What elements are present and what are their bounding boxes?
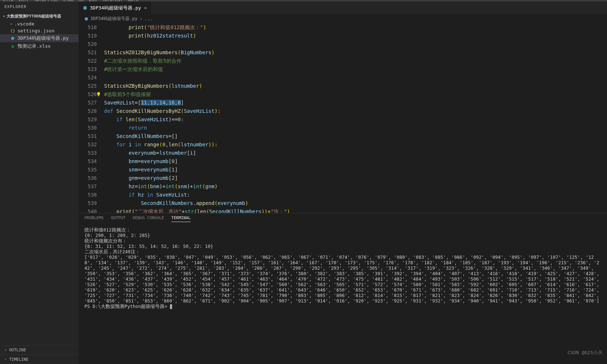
breadcrumb-file: 3DP34码超级缩号器.py <box>90 16 138 22</box>
explorer-title: EXPLORER <box>0 1 79 12</box>
project-root[interactable]: 大数据预测PYTHON超级缩号器 <box>0 12 79 20</box>
code-line[interactable]: SecondKillNumbers.append(everynumb) <box>104 199 607 207</box>
line-number: 533 <box>79 149 97 157</box>
tab-active[interactable]: ⬢ 3DP34码超级缩号器.py × <box>79 1 151 14</box>
code-line[interactable]: if hz in SaveHzList: <box>104 191 607 199</box>
breadcrumb[interactable]: ⬢ 3DP34码超级缩号器.py › ... <box>79 14 607 23</box>
xlsx-icon: ▦ <box>10 44 15 49</box>
panel-tab-problems[interactable]: PROBLEMS <box>84 215 104 222</box>
line-number: 539 <box>79 199 97 207</box>
panel-tab-debug-console[interactable]: DEBUG CONSOLE <box>133 215 164 222</box>
chevron-right-icon: › <box>140 16 142 21</box>
code-line[interactable]: def SecondKillNumbersByHZ(SaveHzList): <box>104 107 607 115</box>
code-line[interactable]: bnm=everynumb[0] <box>104 157 607 166</box>
line-number: 536 <box>79 174 97 182</box>
code-line[interactable] <box>104 74 607 82</box>
code-line[interactable]: snm=everynumb[1] <box>104 166 607 174</box>
code-editor[interactable]: 5185195205215225235245255265275285295305… <box>79 23 607 213</box>
breadcrumb-rest: ... <box>144 16 152 21</box>
line-number: 520 <box>79 40 97 48</box>
file-预测记录.xlsx[interactable]: ▦预测记录.xlsx <box>0 42 79 50</box>
line-number: 534 <box>79 157 97 166</box>
line-number: 538 <box>79 191 97 199</box>
file-3DP34码超级缩号器.py[interactable]: ⬢3DP34码超级缩号器.py <box>0 34 79 42</box>
code-line[interactable]: everynumb=lstnumber[i] <box>104 149 607 157</box>
line-number: 531 <box>79 132 97 141</box>
file-.vscode[interactable]: .vscode <box>0 20 79 27</box>
editor-tabs: ⬢ 3DP34码超级缩号器.py × <box>79 1 607 14</box>
line-number: 530 <box>79 124 97 132</box>
panel-tab-output[interactable]: OUTPUT <box>111 215 126 222</box>
line-number: 535 <box>79 166 97 174</box>
code-line[interactable]: gnm=everynumb[2] <box>104 174 607 182</box>
line-number: 526 <box>79 90 97 99</box>
panel-tab-terminal[interactable]: TERMINAL <box>171 215 191 222</box>
json-icon: {} <box>10 28 15 33</box>
python-icon: ⬢ <box>84 16 88 21</box>
line-number: 529 <box>79 115 97 124</box>
code-line[interactable]: hz=int(bnm)+int(snm)+int(gnm) <box>104 182 607 191</box>
line-number: 532 <box>79 141 97 149</box>
sidebar: EXPLORER 大数据预测PYTHON超级缩号器 .vscode{}setti… <box>0 1 79 364</box>
line-number: 524 <box>79 74 97 82</box>
code-line[interactable]: #二次缩水按照和值，取前5的合作 <box>104 57 607 65</box>
code-line[interactable]: print("二次缩水后，共计"+str(len(SecondKillNumbe… <box>104 207 607 213</box>
code-line[interactable]: StaticsHZ012ByBigNumbers(BigNumbers) <box>104 48 607 57</box>
close-icon[interactable]: × <box>144 5 147 11</box>
watermark: CSDN @GIS小天 <box>568 349 603 356</box>
line-number: 537 <box>79 182 97 191</box>
timeline-section[interactable]: TIMELINE <box>0 355 79 364</box>
file-settings.json[interactable]: {}settings.json <box>0 27 79 34</box>
code-line[interactable] <box>104 40 607 48</box>
code-line[interactable]: return <box>104 124 607 132</box>
python-icon: ⬢ <box>83 5 87 11</box>
line-number: 540 <box>79 207 97 213</box>
code-line[interactable]: #统计第一次缩水后的和值 <box>104 65 607 74</box>
line-number: 527 <box>79 99 97 107</box>
bottom-panel: PROBLEMSOUTPUTDEBUG CONSOLETERMINAL 统计和值… <box>79 213 607 364</box>
line-number: 521 <box>79 48 97 57</box>
panel-tabs: PROBLEMSOUTPUTDEBUG CONSOLETERMINAL <box>79 213 607 224</box>
terminal-output[interactable]: 统计和值012路频次：{0: 290, 1: 289, 2: 285}统计和值频… <box>79 224 607 364</box>
outline-section[interactable]: OUTLINE <box>0 345 79 355</box>
code-line[interactable]: StaticsHZByBigNumbers(lstnumber) <box>104 82 607 90</box>
line-number: 528 <box>79 107 97 115</box>
code-line[interactable]: print("统计和值012路频次：") <box>104 23 607 32</box>
line-number: 525 <box>79 82 97 90</box>
tab-label: 3DP34码超级缩号器.py <box>90 5 141 11</box>
line-number: 519 <box>79 32 97 40</box>
code-line[interactable]: for i in range(0,len(lstnumber)): <box>104 141 607 149</box>
line-number: 522 <box>79 57 97 65</box>
code-line[interactable]: if len(SaveHzList)==0: <box>104 115 607 124</box>
py-icon: ⬢ <box>10 36 15 41</box>
line-number: 523 <box>79 65 97 74</box>
code-line[interactable]: SaveHzList=[11,13,14,16,8] <box>104 99 607 107</box>
code-line[interactable]: SecondKillNumbers=[] <box>104 132 607 141</box>
code-line[interactable]: print(hz012statresult) <box>104 32 607 40</box>
code-line[interactable]: #选取前5个和值保留 <box>104 90 607 99</box>
line-number: 518 <box>79 23 97 32</box>
